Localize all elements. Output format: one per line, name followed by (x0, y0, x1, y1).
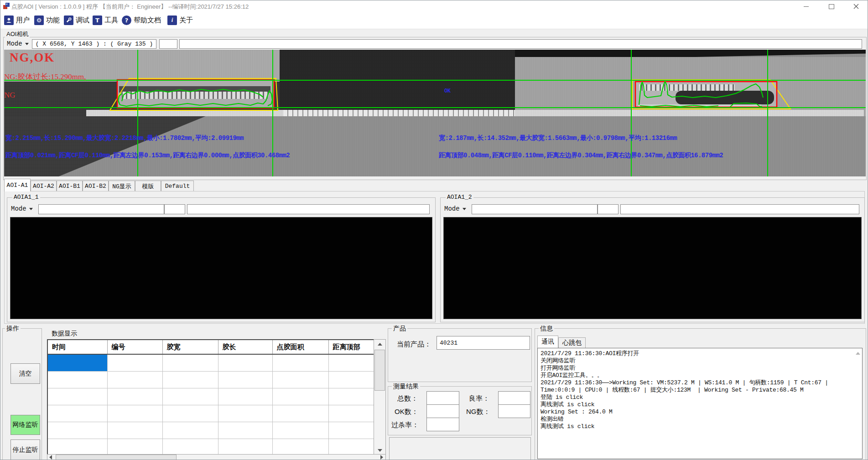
tab-default[interactable]: Default (161, 181, 194, 191)
camera-pixel-readout: ( X 6568, Y 1463 ) : ( Gray 135 ) (32, 39, 156, 49)
log-line: 打开网络监听 (541, 365, 854, 372)
column-header-id[interactable]: 编号 (107, 340, 162, 354)
ng-reason-text: NG:胶体过长:15.290mm, (4, 72, 86, 82)
selected-cell[interactable] (47, 354, 107, 372)
minimize-icon (804, 6, 809, 7)
column-header-top-distance[interactable]: 距离顶部 (328, 340, 374, 354)
toolbar-help-button[interactable]: ? 帮助文档 (122, 14, 161, 26)
maximize-icon (829, 4, 834, 9)
maximize-button[interactable] (821, 0, 842, 12)
column-header-glue-length[interactable]: 胶长 (218, 340, 272, 354)
scrollbar-thumb[interactable] (56, 455, 177, 460)
network-listen-button[interactable]: 网络监听 (10, 415, 40, 435)
left-stats-line-1: 宽:2.215mm,长:15.290mm,最大胶宽:2.2218mm,最小:1.… (5, 134, 244, 142)
total-label: 总数： (397, 394, 418, 403)
panel1-mode-label: Mode (11, 205, 26, 212)
toolbar-about-label: 关于 (179, 16, 193, 25)
table-header-row: 时间 编号 胶宽 胶长 点胶面积 距离顶部 (47, 340, 374, 354)
ok-count-label: OK数： (395, 408, 418, 416)
camera-mode-label: Mode (7, 40, 22, 47)
comm-log-box[interactable]: 2021/7/29 11:36:30:AOI程序打开 关闭网络监听 打开网络监听… (537, 348, 863, 459)
t-square-icon: T (93, 16, 102, 25)
table-horizontal-scrollbar[interactable] (47, 454, 386, 460)
minimize-button[interactable] (795, 0, 817, 12)
tab-aoi-b1[interactable]: AOI-B1 (57, 181, 83, 191)
table-row[interactable] (47, 354, 374, 372)
scroll-down-icon[interactable] (378, 449, 382, 452)
close-button[interactable] (845, 0, 867, 12)
tab-ng-display[interactable]: NG显示 (109, 181, 135, 191)
table-vertical-scrollbar[interactable] (374, 339, 386, 455)
table-row[interactable] (47, 422, 374, 439)
table-row[interactable] (47, 388, 374, 405)
info-tab-comm[interactable]: 通讯 (537, 336, 558, 348)
log-line: 开启AOI监控工具。。。 (541, 372, 854, 379)
result-text: NG,OK (10, 51, 55, 65)
toolbar-debug-button[interactable]: 调试 (64, 14, 89, 26)
panel2-group-label: AOIA1_2 (446, 194, 473, 201)
operation-group-box: 清空 网络监听 停止监听 (2, 328, 42, 460)
panel2-mode-label: Mode (444, 205, 460, 212)
title-bar: 点胶AOI [ Version : 1.0.0.9 ] 程序 【当前用户： En… (0, 0, 868, 11)
app-icon (3, 2, 10, 10)
scrollbar-thumb[interactable] (374, 350, 385, 391)
panel2-mode-combo[interactable]: Mode (444, 205, 466, 212)
info-icon: i (167, 16, 177, 25)
panel2-field-3[interactable] (620, 204, 859, 214)
toolbar-debug-label: 调试 (76, 16, 89, 25)
scroll-up-icon[interactable] (856, 352, 860, 355)
close-icon (853, 4, 859, 9)
log-line: 关闭网络监听 (541, 357, 854, 365)
camera-aux-field-2[interactable] (179, 39, 862, 49)
info-group-label: 信息 (539, 325, 554, 333)
ng-count-label: NG数： (466, 408, 490, 416)
tab-aoi-b2[interactable]: AOI-B2 (83, 181, 109, 191)
scroll-left-icon[interactable] (49, 455, 52, 460)
panel1-field-3[interactable] (187, 204, 430, 214)
log-line: 2021/7/29 11:36:30——>Working Set: VM:523… (541, 379, 854, 387)
panel2-image-viewport[interactable] (443, 217, 862, 319)
panel1-mode-combo[interactable]: Mode (11, 205, 33, 212)
panel1-field-2[interactable] (164, 204, 185, 214)
toolbar-user-button[interactable]: 用户 (4, 14, 30, 26)
panel2-field-2[interactable] (598, 204, 619, 214)
panel1-image-viewport[interactable] (10, 217, 432, 319)
ng-value-field (498, 404, 530, 418)
gear-icon: ⚙ (34, 16, 44, 25)
product-group-box: 当前产品： 40231 (388, 328, 532, 382)
info-tab-heartbeat[interactable]: 心跳包 (558, 337, 586, 348)
help-icon: ? (122, 16, 131, 25)
column-header-glue-area[interactable]: 点胶面积 (272, 340, 328, 354)
log-line: 登陆 is click (541, 394, 854, 401)
table-row[interactable] (47, 439, 374, 456)
toolbar-user-label: 用户 (16, 16, 30, 25)
log-line: 检测出错 (541, 416, 854, 423)
tab-template[interactable]: 模版 (135, 181, 161, 191)
toolbar-function-button[interactable]: ⚙ 功能 (34, 14, 60, 26)
stop-listen-button[interactable]: 停止监听 (10, 439, 40, 460)
table-row[interactable] (47, 405, 374, 422)
scroll-up-icon[interactable] (378, 343, 382, 346)
column-header-glue-width[interactable]: 胶宽 (162, 340, 218, 354)
product-group-label: 产品 (392, 325, 407, 333)
camera-mode-combo[interactable]: Mode (7, 40, 29, 47)
camera-aux-field-1[interactable] (159, 39, 177, 49)
ok-flag-text: OK (444, 88, 450, 94)
scroll-right-icon[interactable] (380, 455, 383, 460)
right-stats-line-1: 宽:2.187mm,长:14.352mm,最大胶宽:1.5663mm,最小:0.… (439, 134, 677, 142)
log-line: Time:0:0:9 | CPU:0 | 线程数:67 | 提交大小:123M … (541, 387, 854, 394)
tab-aoi-a2[interactable]: AOI-A2 (31, 181, 57, 191)
yield-label: 良率： (469, 394, 489, 403)
current-product-input[interactable]: 40231 (437, 336, 530, 350)
total-value-field (426, 391, 459, 405)
table-row[interactable] (47, 372, 374, 388)
camera-viewport[interactable]: NG,OK NG:胶体过长:15.290mm, NG OK 宽:2.215mm,… (4, 50, 866, 176)
panel1-field-1[interactable] (38, 204, 164, 214)
panel2-field-1[interactable] (472, 204, 598, 214)
column-header-time[interactable]: 时间 (47, 340, 107, 354)
tab-aoi-a1[interactable]: AOI-A1 (4, 179, 31, 191)
clear-button[interactable]: 清空 (10, 363, 40, 384)
toolbar-tools-button[interactable]: T 工具 (93, 14, 118, 26)
toolbar-about-button[interactable]: i 关于 (167, 14, 193, 26)
ok-value-field (426, 404, 459, 418)
